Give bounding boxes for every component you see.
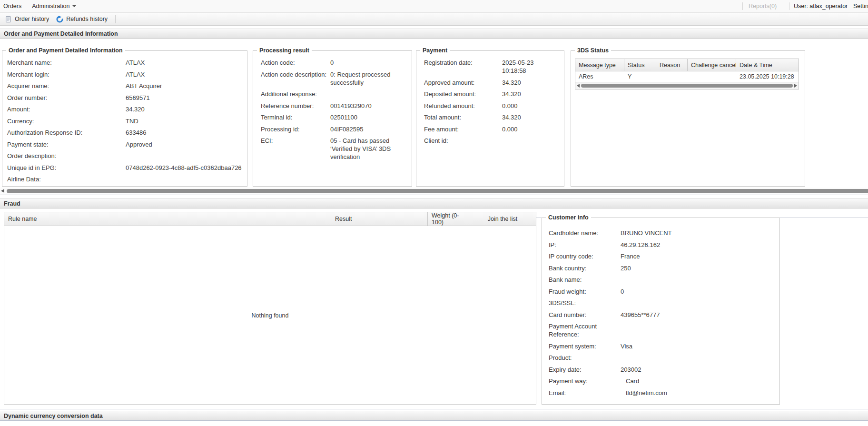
row-label: Registration date:: [424, 59, 502, 75]
row-value: 439655**6777: [621, 311, 774, 319]
row-value: 46.29.126.162: [621, 241, 774, 249]
processing-result-legend: Processing result: [257, 47, 312, 54]
user-label[interactable]: User: atlax_operator: [794, 3, 848, 10]
column-header: Join the list: [469, 212, 536, 226]
detail-row: Additional response:: [261, 90, 407, 98]
row-value: BRUNO VINCENT: [621, 229, 774, 237]
column-header: Reason: [656, 59, 688, 71]
menu-reports[interactable]: Reports(0): [749, 3, 777, 10]
fraud-rules-table: Rule name Result Weight (0-100) Join the…: [4, 212, 536, 405]
scrollbar-thumb[interactable]: [7, 189, 868, 193]
detail-row: Merchant name:ATLAX: [7, 59, 242, 67]
threeds-horizontal-scrollbar[interactable]: [575, 82, 799, 89]
detail-row: Bank name:: [549, 276, 774, 284]
row-value: ABT Acquirer: [126, 82, 242, 90]
row-label: Expiry date:: [549, 366, 621, 374]
scrollbar-thumb[interactable]: [581, 84, 793, 88]
column-header: Date & Time: [736, 59, 799, 71]
scroll-left-arrow-icon[interactable]: [577, 84, 580, 88]
detail-row: Fee amount:0.000: [424, 125, 559, 133]
row-value: 02501100: [330, 113, 407, 121]
cell-date-time: 23.05.2025 10:19:28: [736, 73, 799, 80]
detail-row: Merchant login:ATLAX: [7, 70, 242, 79]
row-value: TND: [126, 117, 242, 125]
row-label: Fraud weight:: [549, 287, 621, 296]
column-header: Rule name: [4, 212, 331, 226]
row-label: IP:: [549, 241, 621, 249]
column-header: Message type: [575, 59, 624, 71]
row-label: Order number:: [7, 94, 126, 102]
section-header-label: Dynamic currency conversion data: [4, 413, 103, 419]
row-value: 0748d262-0923-4c88-adf5-c0362dbaa726: [126, 164, 242, 172]
top-horizontal-scrollbar[interactable]: [0, 188, 868, 195]
row-label: Bank name:: [549, 276, 621, 284]
row-label: Order description:: [7, 152, 126, 160]
row-value: [621, 276, 774, 284]
row-value: Approved: [126, 140, 242, 149]
detail-row: Authorization Response ID:633486: [7, 129, 242, 137]
row-value: ATLAX: [126, 70, 242, 79]
processing-result-fieldset: Processing result Action code:0 Action c…: [253, 50, 412, 187]
refunds-history-label: Refunds history: [66, 16, 108, 22]
row-label: Airline Data:: [7, 175, 126, 183]
row-value: 6569571: [126, 94, 242, 102]
menubar-divider: [789, 2, 789, 10]
row-value: [621, 299, 774, 307]
row-value: ATLAX: [126, 59, 242, 67]
row-value: [126, 175, 242, 183]
table-row[interactable]: ARes Y 23.05.2025 10:19:28: [575, 71, 799, 82]
row-value: 34.320: [126, 105, 242, 113]
row-value: [502, 137, 559, 145]
menu-orders-label: Orders: [3, 3, 21, 10]
detail-row: Product:: [549, 354, 774, 362]
row-value: 203002: [621, 366, 774, 374]
row-value: 34.320: [502, 90, 559, 98]
refunds-history-button[interactable]: Refunds history: [54, 14, 112, 24]
row-value: 250: [621, 264, 774, 272]
detail-row: Amount:34.320: [7, 105, 242, 113]
detail-row: Fraud weight:0: [549, 287, 774, 296]
order-info-fieldset: Order and Payment Detailed Information M…: [2, 50, 247, 187]
fraud-table-header: Rule name Result Weight (0-100) Join the…: [4, 212, 536, 226]
row-label: Payment state:: [7, 140, 126, 149]
row-value: Visa: [621, 342, 774, 350]
row-label: Card number:: [549, 311, 621, 319]
detail-row: Bank country:250: [549, 264, 774, 272]
menu-orders[interactable]: Orders: [3, 3, 21, 10]
row-label: Action code:: [261, 59, 330, 67]
menubar-divider: [742, 2, 743, 10]
scroll-left-arrow-icon[interactable]: [1, 189, 4, 193]
row-value: [621, 322, 774, 338]
row-value: 0.000: [502, 102, 559, 110]
detail-row: Deposited amount:34.320: [424, 90, 559, 98]
section-divider: [0, 195, 868, 195]
order-history-button[interactable]: Order history: [2, 14, 54, 24]
row-label: Action code description:: [261, 70, 330, 87]
row-label: ECI:: [261, 137, 330, 161]
row-value: France: [621, 252, 774, 260]
order-detail-page: Orders Administration Reports(0) User: a…: [0, 0, 868, 426]
row-value: 05 - Card has passed ‘Verified by VISA’ …: [330, 137, 407, 161]
row-label: Payment way:: [549, 377, 621, 385]
toolbar: Order history Refunds history: [0, 12, 868, 26]
menu-administration[interactable]: Administration: [32, 3, 76, 10]
row-label: 3DS/SSL:: [549, 299, 621, 307]
row-label: Acquirer name:: [7, 82, 126, 90]
detail-row: Registration date:2025-05-23 10:18:58: [424, 59, 559, 75]
menu-settings[interactable]: Settings: [853, 3, 868, 10]
toolbar-divider: [115, 15, 116, 23]
processing-result-rows: Action code:0 Action code description:0:…: [253, 51, 412, 161]
detail-row: Action code description:0: Request proce…: [261, 70, 407, 87]
scroll-right-arrow-icon[interactable]: [794, 84, 797, 88]
row-label: Terminal id:: [261, 113, 330, 121]
row-value: 0: [330, 59, 407, 67]
row-value: 633486: [126, 129, 242, 137]
row-label: Additional response:: [261, 90, 330, 98]
row-value: 04IF082595: [330, 125, 407, 133]
row-label: Cardholder name:: [549, 229, 621, 237]
column-header: Status: [624, 59, 656, 71]
row-value: 0: [621, 287, 774, 296]
detail-row: Payment system:Visa: [549, 342, 774, 350]
section-header-fraud: Fraud: [0, 198, 868, 208]
row-value: 34.320: [502, 79, 559, 87]
